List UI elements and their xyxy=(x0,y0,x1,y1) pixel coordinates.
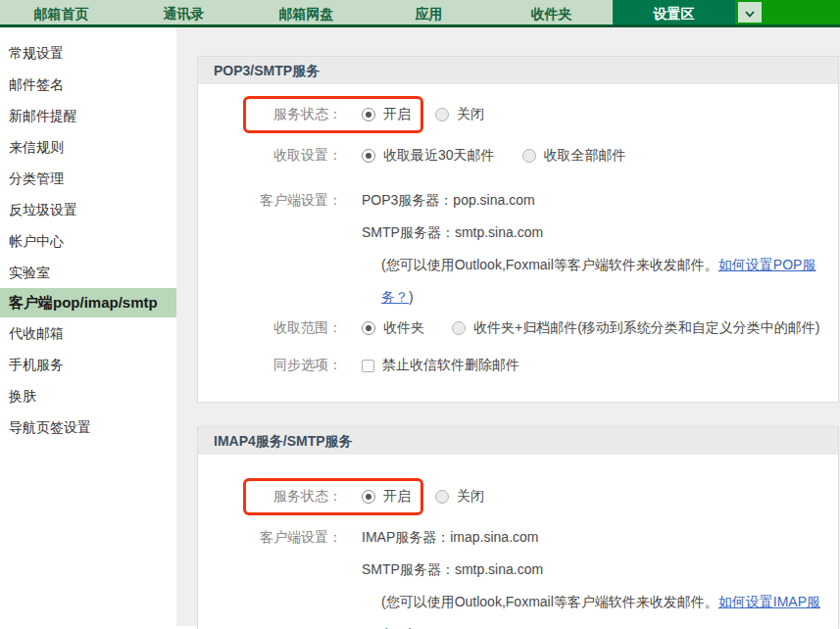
pop3-fetch-setting-row: 收取设置： 收取最近30天邮件 收取全部邮件 xyxy=(198,147,838,165)
smtp-server-value: SMTP服务器：smtp.sina.com xyxy=(362,217,838,249)
imap4-section-title: IMAP4服务/SMTP服务 xyxy=(198,427,838,455)
service-status-label: 服务状态： xyxy=(252,106,342,123)
sidebar-item-general-settings[interactable]: 常规设置 xyxy=(0,37,176,69)
pop3-client-setting-row: 客户端设置： POP3服务器：pop.sina.com SMTP服务器：smtp… xyxy=(198,184,838,314)
tab-apps[interactable]: 应用 xyxy=(368,0,490,24)
sidebar-item-new-mail-alert[interactable]: 新邮件提醒 xyxy=(0,100,176,131)
imap4-client-setting-row: 客户端设置： IMAP服务器：imap.sina.com SMTP服务器：smt… xyxy=(198,521,838,629)
imap4-service-status-row: 服务状态： 开启 关闭 xyxy=(243,478,838,515)
radio-selected-icon[interactable] xyxy=(362,108,375,121)
radio-selected-icon[interactable] xyxy=(362,321,375,335)
pop3-fetch-scope-row: 收取范围： 收件夹 收件夹+归档邮件(移动到系统分类和自定义分类中的邮件) xyxy=(198,319,838,337)
radio-label: 开启 xyxy=(383,488,411,506)
fetch-last30days-radio[interactable]: 收取最近30天邮件 xyxy=(362,147,495,165)
radio-label: 收取最近30天邮件 xyxy=(383,147,495,165)
sidebar-item-client-pop-imap-smtp[interactable]: 客户端pop/imap/smtp xyxy=(0,288,176,317)
radio-selected-icon[interactable] xyxy=(362,149,375,163)
imap4-service-off-radio[interactable]: 关闭 xyxy=(435,488,484,506)
pop3-help-note: (您可以使用Outlook,Foxmail等客户端软件来收发邮件。如何设置POP… xyxy=(362,249,838,314)
nav-right-strip xyxy=(735,0,840,24)
scope-inbox-radio[interactable]: 收件夹 xyxy=(362,319,424,337)
radio-label: 收件夹+归档邮件(移动到系统分类和自定义分类中的邮件) xyxy=(473,319,820,337)
chevron-down-icon xyxy=(745,4,755,22)
note-text: (您可以使用Outlook,Foxmail等客户端软件来收发邮件。 xyxy=(381,594,718,609)
pop3-sync-option-row: 同步选项： 禁止收信软件删除邮件 xyxy=(198,357,838,374)
client-setting-label: 客户端设置： xyxy=(252,184,342,217)
imap-help-note: (您可以使用Outlook,Foxmail等客户端软件来收发邮件。如何设置IMA… xyxy=(362,586,838,629)
imap-server-value: IMAP服务器：imap.sina.com xyxy=(362,521,838,554)
fetch-all-radio[interactable]: 收取全部邮件 xyxy=(522,147,626,165)
red-highlight-box: 服务状态： 开启 xyxy=(243,96,423,133)
radio-label: 关闭 xyxy=(457,488,484,506)
settings-main: POP3/SMTP服务 服务状态： 开启 关闭 xyxy=(176,27,840,626)
radio-label: 开启 xyxy=(383,106,411,123)
imap4-service-on-radio[interactable]: 开启 xyxy=(362,488,411,506)
radio-unselected-icon[interactable] xyxy=(435,490,449,504)
fetch-scope-label: 收取范围： xyxy=(252,319,342,337)
sidebar-item-mobile-service[interactable]: 手机服务 xyxy=(0,349,176,380)
tab-mail-home[interactable]: 邮箱首页 xyxy=(0,0,123,24)
smtp-server-value: SMTP服务器：smtp.sina.com xyxy=(362,554,838,586)
pop3-service-status-row: 服务状态： 开启 关闭 xyxy=(243,96,838,133)
tab-inbox[interactable]: 收件夹 xyxy=(490,0,613,24)
sidebar-item-lab[interactable]: 实验室 xyxy=(0,257,176,288)
client-setting-label: 客户端设置： xyxy=(252,521,342,554)
sidebar-item-skin[interactable]: 换肤 xyxy=(0,380,176,411)
radio-selected-icon[interactable] xyxy=(362,490,375,504)
imap4-smtp-section: IMAP4服务/SMTP服务 服务状态： 开启 关闭 xyxy=(197,426,839,629)
scope-inbox-archive-radio[interactable]: 收件夹+归档邮件(移动到系统分类和自定义分类中的邮件) xyxy=(452,319,820,337)
settings-sidebar: 常规设置 邮件签名 新邮件提醒 来信规则 分类管理 反垃圾设置 帐户中心 实验室… xyxy=(0,27,176,626)
checkbox-label: 禁止收信软件删除邮件 xyxy=(382,357,519,374)
sync-option-label: 同步选项： xyxy=(252,357,342,374)
pop3-server-value: POP3服务器：pop.sina.com xyxy=(362,184,838,217)
note-close-paren: ) xyxy=(409,289,414,305)
pop3-smtp-section: POP3/SMTP服务 服务状态： 开启 关闭 xyxy=(197,56,839,403)
pop3-section-title: POP3/SMTP服务 xyxy=(198,57,838,84)
sidebar-item-antispam[interactable]: 反垃圾设置 xyxy=(0,194,176,225)
note-text: (您可以使用Outlook,Foxmail等客户端软件来收发邮件。 xyxy=(381,257,718,272)
tab-contacts[interactable]: 通讯录 xyxy=(123,0,245,24)
sidebar-item-mail-signature[interactable]: 邮件签名 xyxy=(0,69,176,100)
service-status-label: 服务状态： xyxy=(252,488,342,506)
sidebar-item-category-manage[interactable]: 分类管理 xyxy=(0,163,176,194)
sidebar-item-mail-collection[interactable]: 代收邮箱 xyxy=(0,317,176,349)
forbid-delete-checkbox[interactable]: 禁止收信软件删除邮件 xyxy=(362,357,519,374)
tab-settings[interactable]: 设置区 xyxy=(613,0,735,24)
radio-label: 收件夹 xyxy=(383,319,424,337)
sidebar-item-incoming-rules[interactable]: 来信规则 xyxy=(0,131,176,163)
red-highlight-box: 服务状态： 开启 xyxy=(243,478,423,515)
pop3-service-off-radio[interactable]: 关闭 xyxy=(435,106,484,123)
radio-label: 收取全部邮件 xyxy=(544,147,626,165)
radio-unselected-icon[interactable] xyxy=(435,108,449,121)
sidebar-item-nav-tab-settings[interactable]: 导航页签设置 xyxy=(0,411,176,443)
top-nav: 邮箱首页 通讯录 邮箱网盘 应用 收件夹 设置区 xyxy=(0,0,840,27)
pop3-service-on-radio[interactable]: 开启 xyxy=(362,106,411,123)
tab-netdisk[interactable]: 邮箱网盘 xyxy=(245,0,368,24)
checkbox-unchecked-icon[interactable] xyxy=(362,360,374,372)
sidebar-item-account-center[interactable]: 帐户中心 xyxy=(0,225,176,257)
radio-unselected-icon[interactable] xyxy=(522,149,536,163)
settings-dropdown-button[interactable] xyxy=(738,2,762,23)
radio-unselected-icon[interactable] xyxy=(452,321,466,335)
fetch-setting-label: 收取设置： xyxy=(252,147,342,165)
radio-label: 关闭 xyxy=(457,106,484,123)
